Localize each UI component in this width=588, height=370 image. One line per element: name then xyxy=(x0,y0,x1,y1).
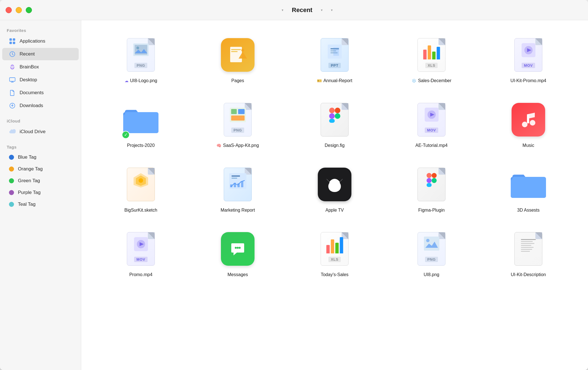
close-button[interactable] xyxy=(6,7,12,13)
sidebar: Favorites Applications xyxy=(0,20,81,370)
sidebar-item-documents[interactable]: Documents xyxy=(2,87,79,99)
list-item[interactable]: PPT 🎫 Annual-Report xyxy=(289,31,380,88)
blue-tag-label: Blue Tag xyxy=(18,154,36,160)
file-icon-todays-sales: XLS xyxy=(315,229,354,269)
file-name-promo-mp4: Promo.mp4 xyxy=(129,272,153,278)
list-item[interactable]: Messages xyxy=(192,225,283,282)
documents-label: Documents xyxy=(20,90,44,96)
purple-tag-dot xyxy=(9,190,14,195)
sidebar-item-green-tag[interactable]: Green Tag xyxy=(2,175,79,186)
icloud-drive-label: iCloud Drive xyxy=(20,129,46,135)
sidebar-item-teal-tag[interactable]: Teal Tag xyxy=(2,199,79,210)
desktop-icon xyxy=(9,77,16,83)
recent-label: Recent xyxy=(20,51,35,57)
svg-rect-43 xyxy=(426,173,431,178)
file-icon-saas-app-kit: PNG xyxy=(218,100,257,139)
file-name-todays-sales: Today's-Sales xyxy=(321,272,348,278)
file-name-saas-app-kit: 🧠 SaaS-App-Kit.png xyxy=(216,143,259,149)
list-item[interactable]: 3D Assests xyxy=(483,161,574,217)
svg-rect-45 xyxy=(426,183,431,187)
list-item[interactable]: PNG 🧠 SaaS-App-Kit.png xyxy=(192,96,283,152)
desktop-label: Desktop xyxy=(20,77,37,83)
svg-rect-2 xyxy=(10,42,12,44)
svg-rect-11 xyxy=(230,47,242,62)
icloud-drive-icon xyxy=(9,128,16,135)
file-name-ui8-png: UI8.png xyxy=(424,272,439,278)
list-item[interactable]: XLS ❄️ Sales-December xyxy=(386,31,477,88)
file-icon-apple-tv xyxy=(315,165,354,204)
svg-rect-39 xyxy=(230,184,232,187)
file-name-ui8-logo: ☁ UI8-Logo.png xyxy=(125,78,157,84)
sidebar-item-purple-tag[interactable]: Purple Tag xyxy=(2,187,79,198)
file-icon-marketing-report xyxy=(218,165,257,204)
green-tag-label: Green Tag xyxy=(18,178,40,184)
svg-rect-40 xyxy=(234,183,236,187)
fullscreen-button[interactable] xyxy=(26,7,32,13)
traffic-lights xyxy=(6,7,32,13)
list-item[interactable]: Apple TV xyxy=(289,161,380,217)
finder-window: ▾ Recent ▾ ▾ Favorites xyxy=(0,0,588,370)
tags-section-title: Tags xyxy=(0,142,81,151)
svg-point-52 xyxy=(239,247,241,249)
recent-icon xyxy=(9,51,16,57)
list-item[interactable]: Marketing Report xyxy=(192,161,283,217)
svg-rect-24 xyxy=(329,113,335,119)
downloads-label: Downloads xyxy=(20,103,43,108)
chevron-icon-3: ▾ xyxy=(331,8,333,12)
sidebar-item-brainbox[interactable]: BrainBox xyxy=(2,61,79,73)
file-name-apple-tv: Apple TV xyxy=(325,207,344,213)
list-item[interactable]: UI-Kit-Description xyxy=(483,225,574,282)
file-icon-annual-report: PPT xyxy=(315,35,354,75)
list-item[interactable]: Pages xyxy=(192,31,283,88)
blue-tag-dot xyxy=(9,155,14,160)
file-icon-music xyxy=(509,100,548,139)
filter-dropdown[interactable]: ▾ xyxy=(331,8,333,12)
sidebar-item-downloads[interactable]: Downloads xyxy=(2,100,79,112)
minimize-button[interactable] xyxy=(16,7,22,13)
file-icon-3d-assests xyxy=(509,165,548,204)
sidebar-item-applications[interactable]: Applications xyxy=(2,35,79,47)
file-name-bigsurkit: BigSurKit.sketch xyxy=(124,207,157,213)
main-content: Favorites Applications xyxy=(0,20,588,370)
sidebar-item-orange-tag[interactable]: Orange Tag xyxy=(2,163,79,175)
file-name-ui-kit-promo: UI-Kit-Promo.mp4 xyxy=(510,78,546,84)
file-icon-projects-2020: ✓ xyxy=(121,100,160,139)
sidebar-item-icloud-drive[interactable]: iCloud Drive xyxy=(2,126,79,138)
sort-dropdown[interactable]: ▾ xyxy=(282,8,283,12)
titlebar: ▾ Recent ▾ ▾ xyxy=(0,0,588,20)
list-item[interactable]: Design.fig xyxy=(289,96,380,152)
list-item[interactable]: Music xyxy=(483,96,574,152)
icloud-section-title: iCloud xyxy=(0,116,81,125)
svg-point-47 xyxy=(431,178,437,183)
list-item[interactable]: BigSurKit.sketch xyxy=(95,161,186,217)
list-item[interactable]: MOV AE-Tutorial.mp4 xyxy=(386,96,477,152)
list-item[interactable]: ✓ Projects-2020 xyxy=(95,96,186,152)
sidebar-item-recent[interactable]: Recent xyxy=(2,48,79,60)
svg-rect-0 xyxy=(10,38,12,41)
downloads-icon xyxy=(9,102,16,109)
list-item[interactable]: MOV Promo.mp4 xyxy=(95,225,186,282)
file-name-3d-assests: 3D Assests xyxy=(517,207,540,213)
list-item[interactable]: PNG UI8.png xyxy=(386,225,477,282)
view-dropdown[interactable]: ▾ xyxy=(321,8,323,12)
brainbox-icon xyxy=(9,64,16,70)
file-icon-ui8-png: PNG xyxy=(412,229,451,269)
file-name-sales-december: ❄️ Sales-December xyxy=(412,78,451,84)
list-item[interactable]: PNG ☁ UI8-Logo.png xyxy=(95,31,186,88)
file-icon-ui-kit-promo: MOV xyxy=(509,35,548,75)
svg-rect-26 xyxy=(335,108,340,113)
list-item[interactable]: MOV UI-Kit-Promo.mp4 xyxy=(483,31,574,88)
applications-label: Applications xyxy=(20,38,45,44)
sidebar-item-desktop[interactable]: Desktop xyxy=(2,74,79,86)
sidebar-item-blue-tag[interactable]: Blue Tag xyxy=(2,152,79,163)
svg-rect-20 xyxy=(231,109,237,114)
list-item[interactable]: XLS Today's-Sales xyxy=(289,225,380,282)
file-name-figma-plugin: Figma-Plugin xyxy=(418,207,445,213)
svg-point-10 xyxy=(136,47,139,49)
file-grid: PNG ☁ UI8-Logo.png xyxy=(95,31,574,282)
svg-rect-41 xyxy=(237,183,240,187)
svg-point-27 xyxy=(335,113,340,119)
file-name-design-fig: Design.fig xyxy=(325,143,344,149)
file-name-messages: Messages xyxy=(228,272,248,278)
list-item[interactable]: Figma-Plugin xyxy=(386,161,477,217)
